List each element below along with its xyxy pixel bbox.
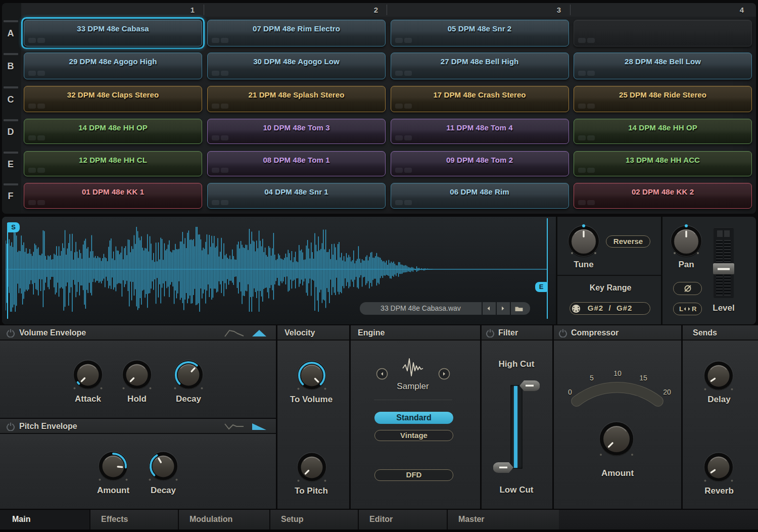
svg-text:L: L [679,305,683,313]
svg-text:R: R [692,305,697,313]
